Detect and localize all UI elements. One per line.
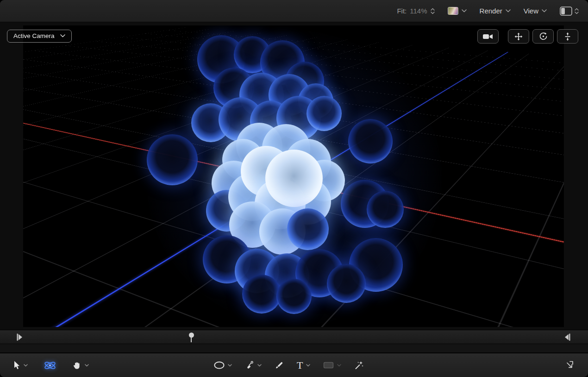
render-menu[interactable]: Render (480, 7, 511, 15)
transform-3d-icon (44, 359, 56, 371)
text-tool[interactable]: T (297, 360, 310, 371)
chevron-down-icon (306, 364, 310, 367)
chevron-down-icon (506, 9, 511, 13)
particle-spheres-layer (23, 25, 564, 327)
particle-sphere (348, 119, 393, 163)
pan-3d-icon (514, 32, 523, 41)
view-label: View (524, 7, 538, 15)
adjust-wand-icon (354, 361, 364, 370)
camera-popup-label: Active Camera (13, 32, 55, 39)
bottom-toolbar: T (0, 353, 588, 377)
render-label: Render (480, 7, 502, 15)
chevron-down-icon (85, 364, 89, 367)
orbit-3d-button[interactable] (532, 29, 554, 44)
particle-sphere (287, 208, 329, 250)
rectangle-tool-disabled[interactable] (323, 362, 341, 369)
fit-label: Fit: (397, 7, 407, 15)
pan-3d-button[interactable] (508, 29, 529, 44)
color-swatch-dropdown[interactable] (448, 7, 467, 15)
select-arrow-tool[interactable] (14, 361, 28, 370)
zoom-fit-control[interactable]: Fit: 114% (397, 7, 434, 15)
dolly-3d-icon (563, 32, 572, 41)
bezier-pen-tool[interactable] (245, 361, 262, 370)
canvas-stage: Active Camera (0, 22, 588, 330)
particle-sphere (307, 96, 342, 131)
color-swatch-icon (448, 7, 458, 15)
orbit-3d-icon (539, 32, 548, 41)
particle-sphere (147, 134, 198, 185)
view-menu[interactable]: View (524, 7, 547, 15)
paint-stroke-icon (275, 361, 284, 370)
left-tools-group (14, 353, 89, 377)
chevron-down-icon (462, 9, 467, 13)
playhead-knob (189, 333, 194, 338)
particle-sphere (265, 150, 323, 207)
playhead[interactable] (188, 333, 194, 342)
stepper-arrows-icon (575, 8, 579, 14)
transform-3d-tool[interactable] (44, 359, 56, 371)
adjust-wand-tool[interactable] (354, 361, 364, 370)
out-point-marker[interactable] (564, 333, 570, 343)
in-point-marker[interactable] (17, 333, 23, 343)
chevron-down-icon (337, 364, 341, 367)
paint-stroke-tool[interactable] (275, 361, 284, 370)
center-tools-group: T (214, 353, 364, 377)
chevron-down-icon (542, 9, 547, 13)
window-layout-control[interactable] (560, 6, 579, 16)
motion-window: Fit: 114% Render View (0, 0, 588, 377)
particle-sphere (242, 275, 281, 314)
chevron-down-icon (24, 364, 28, 367)
oval-mask-tool[interactable] (214, 361, 232, 369)
dolly-3d-button[interactable] (557, 29, 578, 44)
stepper-arrows-icon (431, 8, 435, 14)
hand-pan-tool[interactable] (72, 361, 89, 370)
bezier-pen-icon (245, 361, 254, 370)
camera-popup-button[interactable]: Active Camera (7, 30, 72, 43)
expand-canvas-button[interactable] (565, 360, 574, 371)
top-toolbar: Fit: 114% Render View (0, 0, 588, 22)
oval-mask-icon (214, 361, 225, 369)
out-point-icon (564, 333, 570, 341)
timeline-divider (0, 344, 588, 353)
particle-sphere (367, 191, 404, 228)
chevron-down-icon (228, 364, 232, 367)
hand-pan-icon (72, 361, 81, 370)
particle-sphere (276, 279, 312, 314)
canvas-viewport[interactable] (23, 25, 564, 327)
camcorder-icon (482, 33, 494, 40)
view-tools-group (477, 29, 578, 44)
text-tool-glyph: T (297, 360, 303, 371)
in-point-icon (17, 333, 23, 341)
chevron-down-icon (257, 364, 262, 367)
timeline-scrubber[interactable] (0, 330, 588, 344)
expand-canvas-icon (565, 360, 574, 369)
rectangle-icon (323, 362, 334, 369)
playhead-stem (191, 338, 192, 342)
camera-view-button[interactable] (477, 29, 499, 44)
fit-value: 114% (410, 7, 427, 15)
chevron-down-icon (60, 34, 65, 38)
window-layout-icon (560, 6, 572, 16)
particle-sphere (327, 264, 366, 303)
select-arrow-icon (14, 361, 20, 370)
